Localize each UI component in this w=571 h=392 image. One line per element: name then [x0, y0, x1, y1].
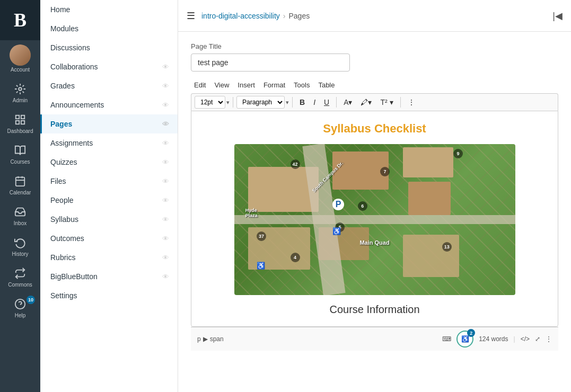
font-color-button[interactable]: A▾ [340, 96, 356, 108]
toolbar-divider-2 [292, 97, 293, 108]
sidebar-item-modules[interactable]: Modules [40, 19, 178, 38]
accessibility-icon-1: ♿ [332, 227, 341, 235]
sidebar-item-discussions[interactable]: Discussions [40, 38, 178, 57]
sidebar-item-admin[interactable]: Admin [0, 77, 40, 108]
sidebar-item-commons[interactable]: Commons [0, 262, 40, 292]
eye-icon[interactable]: 👁 [162, 216, 169, 224]
left-navigation: B Account Admin Dashboard Co [0, 0, 40, 392]
sidebar-item-home[interactable]: Home [40, 0, 178, 19]
inbox-icon [13, 204, 28, 219]
sidebar-item-courses[interactable]: Courses [0, 139, 40, 170]
more-options-button[interactable]: ⋮ [404, 96, 419, 108]
expand-button[interactable]: ⤢ [535, 335, 540, 343]
menu-tools[interactable]: Tools [291, 80, 313, 90]
sidebar-item-label-quizzes: Quizzes [50, 158, 77, 166]
eye-icon[interactable]: 👁 [162, 82, 169, 90]
help-label: Help [15, 313, 26, 319]
dashboard-icon [13, 112, 28, 127]
code-view-button[interactable]: </> [521, 335, 530, 343]
sidebar-item-rubrics[interactable]: Rubrics👁 [40, 248, 178, 267]
sidebar-item-announcements[interactable]: Announcements👁 [40, 95, 178, 114]
breadcrumb-course-link[interactable]: intro-digital-accessibility [201, 12, 280, 20]
sidebar-item-assignments[interactable]: Assignments👁 [40, 133, 178, 153]
more-options-status[interactable]: ⋮ [546, 335, 552, 343]
sidebar-item-account[interactable]: Account [0, 40, 40, 77]
chevron-down-icon: ▾ [226, 99, 230, 106]
history-label: History [12, 251, 28, 257]
sidebar-item-quizzes[interactable]: Quizzes👁 [40, 153, 178, 172]
top-bar-left: ☰ intro-digital-accessibility › Pages [187, 10, 310, 22]
sidebar-item-label-syllabus: Syllabus [50, 215, 78, 224]
sidebar-item-label-announcements: Announcements [50, 101, 104, 109]
hamburger-menu[interactable]: ☰ [187, 10, 195, 22]
svg-point-0 [19, 87, 22, 91]
map-text-hyde-plaza: HydePlaza [245, 208, 258, 218]
sidebar-item-people[interactable]: People👁 [40, 191, 178, 210]
eye-icon[interactable]: 👁 [162, 273, 169, 281]
sidebar-item-dashboard[interactable]: Dashboard [0, 108, 40, 139]
eye-icon[interactable]: 👁 [162, 63, 169, 71]
sidebar-item-bigbluebutton[interactable]: BigBlueButton👁 [40, 267, 178, 286]
editor-content[interactable]: Syllabus Checklist 42 9 7 6 [191, 111, 558, 327]
sidebar-item-inbox[interactable]: Inbox [0, 200, 40, 231]
sidebar-item-label-settings: Settings [50, 291, 77, 300]
toolbar-divider-4 [400, 97, 401, 108]
map-label-13: 13 [442, 242, 452, 252]
accessibility-check-button[interactable]: ♿ 2 [456, 331, 473, 348]
eye-icon[interactable]: 👁 [162, 158, 169, 166]
top-bar: ☰ intro-digital-accessibility › Pages |◀ [178, 0, 571, 32]
course-sidebar: HomeModulesDiscussionsCollaborations👁Gra… [40, 0, 178, 392]
word-count: 124 words [479, 335, 508, 343]
eye-icon[interactable]: 👁 [162, 235, 169, 243]
collapse-button[interactable]: |◀ [552, 10, 563, 22]
account-label: Account [11, 67, 30, 73]
sidebar-item-collaborations[interactable]: Collaborations👁 [40, 57, 178, 76]
campus-map: 42 9 7 6 5 4 37 13 P ♿ ♿ South Campus Dr… [234, 144, 515, 295]
sidebar-item-settings[interactable]: Settings [40, 286, 178, 305]
page-title-input[interactable] [191, 54, 350, 72]
sidebar-item-help[interactable]: 10 Help [0, 292, 40, 323]
eye-icon[interactable]: 👁 [162, 254, 169, 262]
superscript-button[interactable]: T² ▾ [376, 96, 397, 108]
eye-icon[interactable]: 👁 [162, 139, 169, 147]
toolbar-divider-1 [233, 97, 233, 108]
sidebar-item-syllabus[interactable]: Syllabus👁 [40, 210, 178, 229]
content-title: Syllabus Checklist [202, 122, 547, 136]
logo-text: B [14, 9, 27, 31]
map-label-42: 42 [291, 159, 300, 169]
sidebar-item-label-collaborations: Collaborations [50, 63, 98, 71]
menu-insert[interactable]: Insert [234, 80, 258, 90]
paragraph-select[interactable]: ParagraphHeading 1Heading 2 [236, 96, 285, 109]
eye-icon[interactable]: 👁 [162, 101, 169, 109]
bold-button[interactable]: B [296, 96, 309, 108]
sidebar-item-files[interactable]: Files👁 [40, 172, 178, 191]
underline-button[interactable]: U [320, 96, 333, 108]
menu-table[interactable]: Table [315, 80, 338, 90]
sidebar-item-label-modules: Modules [50, 24, 78, 33]
menu-view[interactable]: View [211, 80, 232, 90]
sidebar-item-history[interactable]: History [0, 231, 40, 262]
history-icon [13, 235, 28, 250]
eye-icon[interactable]: 👁 [162, 177, 169, 185]
sidebar-item-pages[interactable]: Pages👁 [40, 114, 178, 133]
sidebar-item-label-home: Home [50, 5, 70, 14]
sidebar-item-label-grades: Grades [50, 82, 75, 90]
app-logo[interactable]: B [0, 0, 40, 40]
eye-icon[interactable]: 👁 [162, 120, 169, 128]
highlight-color-button[interactable]: 🖍▾ [357, 96, 375, 108]
sidebar-item-label-rubrics: Rubrics [50, 253, 75, 262]
sidebar-item-grades[interactable]: Grades👁 [40, 76, 178, 95]
courses-label: Courses [10, 159, 30, 165]
status-right: ⌨ ♿ 2 124 words | </> ⤢ ⋮ [442, 331, 552, 348]
keyboard-icon[interactable]: ⌨ [442, 335, 451, 343]
font-size-select[interactable]: 12pt10pt14pt18pt [195, 96, 225, 109]
italic-button[interactable]: I [310, 96, 319, 108]
sidebar-item-calendar[interactable]: Calendar [0, 170, 40, 200]
parking-icon: P [332, 199, 344, 210]
menu-format[interactable]: Format [260, 80, 288, 90]
sidebar-item-outcomes[interactable]: Outcomes👁 [40, 229, 178, 248]
status-p: p [197, 335, 201, 343]
eye-icon[interactable]: 👁 [162, 197, 169, 204]
menu-edit[interactable]: Edit [191, 80, 209, 90]
help-badge: 10 [27, 296, 35, 304]
